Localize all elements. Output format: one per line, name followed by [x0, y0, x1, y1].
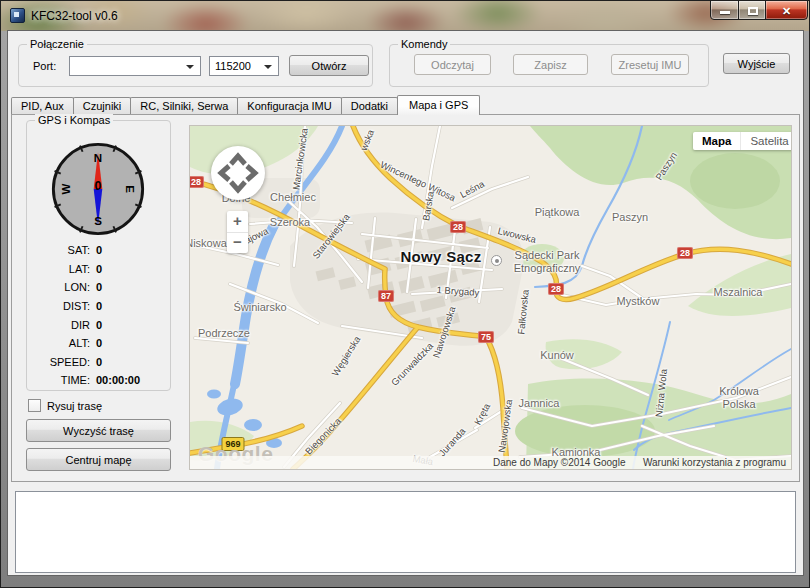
gps-compass-group-title: GPS i Kompas	[35, 114, 113, 126]
gps-field-value: 0	[96, 337, 102, 349]
tab-mapa-i-gps[interactable]: Mapa i GPS	[397, 95, 480, 115]
gps-field-label: TIME:	[26, 374, 90, 386]
compass-east-label: E	[124, 185, 136, 193]
tab-czujniki[interactable]: Czujniki	[73, 97, 132, 114]
gps-field-dir: DIR0	[26, 315, 148, 334]
pan-right-icon	[247, 166, 255, 180]
open-port-button[interactable]: Otwórz	[289, 55, 369, 76]
road-shield-87: 87	[378, 290, 394, 302]
gps-field-value: 0	[96, 356, 102, 368]
minimize-icon	[720, 11, 730, 14]
map-pan-control[interactable]	[211, 146, 265, 200]
map-canvas[interactable]: Nowy SączSądecki Park EtnograficznyChełm…	[190, 126, 791, 469]
compass-west-label: W	[60, 183, 72, 194]
port-label: Port:	[33, 60, 56, 72]
map-type-switch: Mapa Satelita	[693, 132, 791, 150]
gps-field-value: 0	[96, 319, 102, 331]
gps-field-lon: LON:0	[26, 278, 148, 297]
close-button[interactable]: ✕	[765, 1, 808, 20]
gps-field-value: 0	[96, 244, 102, 256]
draw-route-checkbox[interactable]	[28, 399, 41, 412]
tab-bar: PID, AuxCzujnikiRC, Silniki, SerwaKonfig…	[11, 97, 479, 114]
gps-field-lat: LAT:0	[26, 260, 148, 279]
gps-field-value: 0	[96, 300, 102, 312]
gps-field-dist: DIST:0	[26, 297, 148, 316]
road-shield-28: 28	[450, 221, 466, 233]
command-button-zapisz[interactable]: Zapisz	[513, 54, 588, 75]
attraction-icon	[491, 255, 502, 266]
window-title: KFC32-tool v0.6	[31, 9, 118, 23]
compass-north-label: N	[94, 152, 102, 164]
gps-field-label: ALT:	[26, 337, 90, 349]
gps-field-value: 0	[96, 281, 102, 293]
gps-field-value: 00:00:00	[96, 374, 140, 386]
pan-down-icon	[231, 182, 245, 190]
title-bar[interactable]: KFC32-tool v0.6 ✕	[1, 1, 810, 31]
connection-group-title: Połączenie	[27, 38, 87, 50]
map-type-satellite-button[interactable]: Satelita	[740, 132, 791, 150]
pan-up-icon	[231, 156, 245, 164]
compass-south-label: S	[94, 215, 102, 227]
map-attribution-bar: Dane do Mapy ©2014 Google Warunki korzys…	[190, 456, 791, 469]
tab-pid-aux[interactable]: PID, Aux	[11, 97, 74, 114]
road-shield-28: 28	[190, 176, 204, 188]
pan-left-icon	[221, 166, 229, 180]
tab-rc-silniki-serwa[interactable]: RC, Silniki, Serwa	[130, 97, 238, 114]
gps-field-label: LAT:	[26, 263, 90, 275]
road-shield-28: 28	[548, 283, 564, 295]
command-button-odczytaj[interactable]: Odczytaj	[414, 54, 491, 75]
port-combobox[interactable]	[69, 56, 201, 76]
gps-field-time: TIME:00:00:00	[26, 371, 148, 390]
baudrate-combobox-value: 115200	[215, 60, 251, 72]
gps-field-speed: SPEED:0	[26, 353, 148, 372]
baudrate-combobox[interactable]: 115200	[209, 56, 279, 76]
app-icon	[10, 8, 25, 23]
compass-heading-value: 0	[95, 179, 102, 193]
exit-button[interactable]: Wyjście	[723, 53, 790, 74]
command-button-zresetuj-imu[interactable]: Zresetuj IMU	[611, 54, 689, 75]
gps-field-label: SPEED:	[26, 356, 90, 368]
center-map-button[interactable]: Centruj mapę	[26, 448, 171, 471]
maximize-button[interactable]	[738, 1, 766, 20]
gps-field-label: DIST:	[26, 300, 90, 312]
gps-field-alt: ALT:0	[26, 334, 148, 353]
minimize-button[interactable]	[710, 1, 739, 20]
map-copyright: Dane do Mapy ©2014 Google	[493, 457, 625, 468]
gps-field-sat: SAT:0	[26, 241, 148, 260]
map-terms-link[interactable]: Warunki korzystania z programu	[643, 457, 786, 468]
gps-fields: SAT:0LAT:0LON:0DIST:0DIR0ALT:0SPEED:0TIM…	[26, 241, 148, 390]
zoom-out-button[interactable]: −	[227, 232, 248, 253]
gps-field-value: 0	[96, 263, 102, 275]
map-graphics	[190, 126, 791, 469]
draw-route-label: Rysuj trasę	[47, 400, 102, 412]
close-icon: ✕	[782, 6, 791, 16]
clear-route-button[interactable]: Wyczyść trasę	[26, 419, 171, 442]
tab-dodatki[interactable]: Dodatki	[341, 97, 398, 114]
tab-konfiguracja-imu[interactable]: Konfiguracja IMU	[237, 97, 341, 114]
zoom-in-button[interactable]: +	[227, 211, 248, 232]
map-zoom-control: + −	[227, 211, 248, 253]
road-shield-75: 75	[478, 331, 494, 343]
road-shield-28: 28	[677, 247, 693, 259]
log-textbox[interactable]	[15, 491, 796, 573]
gps-field-label: SAT:	[26, 244, 90, 256]
aero-glass-background	[1, 1, 810, 31]
dropdown-arrow-icon	[186, 65, 194, 69]
map-type-map-button[interactable]: Mapa	[693, 132, 740, 150]
compass: N S W E 0	[50, 141, 146, 237]
gps-field-label: DIR	[26, 319, 90, 331]
gps-field-label: LON:	[26, 281, 90, 293]
maximize-icon	[748, 7, 758, 15]
dropdown-arrow-icon	[264, 65, 272, 69]
application-window: KFC32-tool v0.6 ✕ Połączenie Port: 11520…	[0, 0, 810, 588]
commands-group-title: Komendy	[398, 38, 450, 50]
